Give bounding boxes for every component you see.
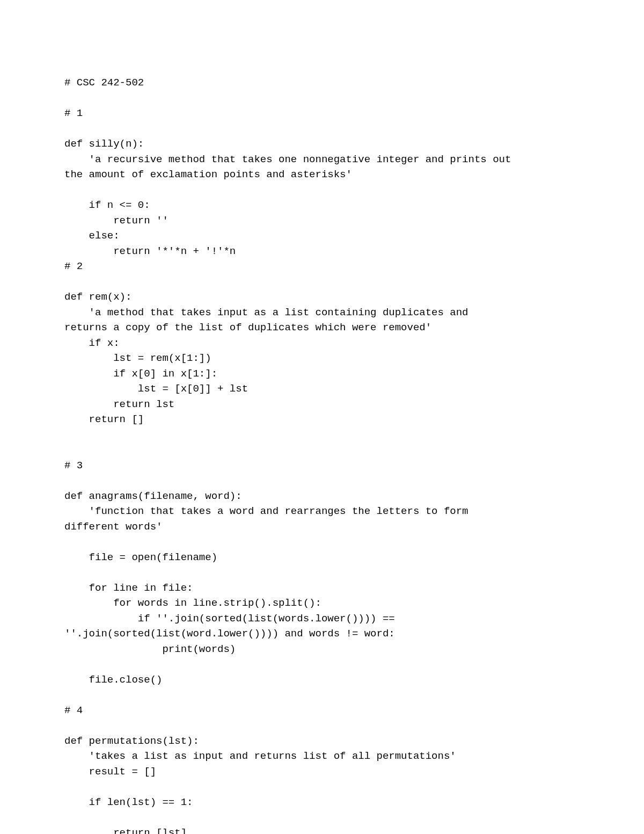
code-line: if x: (64, 336, 580, 351)
code-line: return lst (64, 397, 580, 412)
code-line (64, 121, 580, 137)
code-line: file = open(filename) (64, 550, 580, 565)
code-line (64, 183, 580, 198)
code-line: def permutations(lst): (64, 734, 580, 749)
code-line (64, 443, 580, 458)
code-line: the amount of exclamation points and ast… (64, 167, 580, 183)
code-line: # 3 (64, 458, 580, 474)
code-line (64, 274, 580, 290)
code-line (64, 657, 580, 672)
code-line: # 2 (64, 259, 580, 274)
code-line: for line in file: (64, 581, 580, 596)
code-line (64, 473, 580, 489)
code-line: # 4 (64, 703, 580, 719)
code-line (64, 718, 580, 734)
code-line: def anagrams(filename, word): (64, 489, 580, 504)
code-line: print(words) (64, 642, 580, 657)
code-line: different words' (64, 519, 580, 535)
code-line (64, 427, 580, 443)
code-line: if ''.join(sorted(list(words.lower()))) … (64, 611, 580, 627)
code-line: else: (64, 228, 580, 244)
code-line: return [lst] (64, 825, 580, 835)
code-line: if n <= 0: (64, 198, 580, 213)
code-line: result = [] (64, 764, 580, 780)
code-line: if len(lst) == 1: (64, 795, 580, 810)
code-line: 'function that takes a word and rearrang… (64, 504, 580, 519)
code-line: returns a copy of the list of duplicates… (64, 320, 580, 336)
code-line: def rem(x): (64, 289, 580, 305)
code-line: ''.join(sorted(list(word.lower()))) and … (64, 626, 580, 642)
code-line: return '' (64, 213, 580, 229)
code-line: 'a recursive method that takes one nonne… (64, 152, 580, 168)
code-line: lst = rem(x[1:]) (64, 351, 580, 366)
code-line (64, 810, 580, 825)
code-line (64, 779, 580, 795)
code-line: for words in line.strip().split(): (64, 596, 580, 611)
code-line: # 1 (64, 106, 580, 121)
code-line: # CSC 242-502 (64, 75, 580, 91)
code-line (64, 91, 580, 106)
code-line: lst = [x[0]] + lst (64, 381, 580, 397)
code-line (64, 534, 580, 550)
code-line: def silly(n): (64, 136, 580, 152)
code-line (64, 687, 580, 703)
code-line: if x[0] in x[1:]: (64, 366, 580, 382)
code-line: return '*'*n + '!'*n (64, 244, 580, 259)
code-line: 'a method that takes input as a list con… (64, 305, 580, 321)
code-line: return [] (64, 412, 580, 427)
code-document: # CSC 242-502 # 1 def silly(n): 'a recur… (64, 75, 580, 834)
code-line (64, 565, 580, 581)
code-line: file.close() (64, 672, 580, 688)
code-line: 'takes a list as input and returns list … (64, 749, 580, 764)
